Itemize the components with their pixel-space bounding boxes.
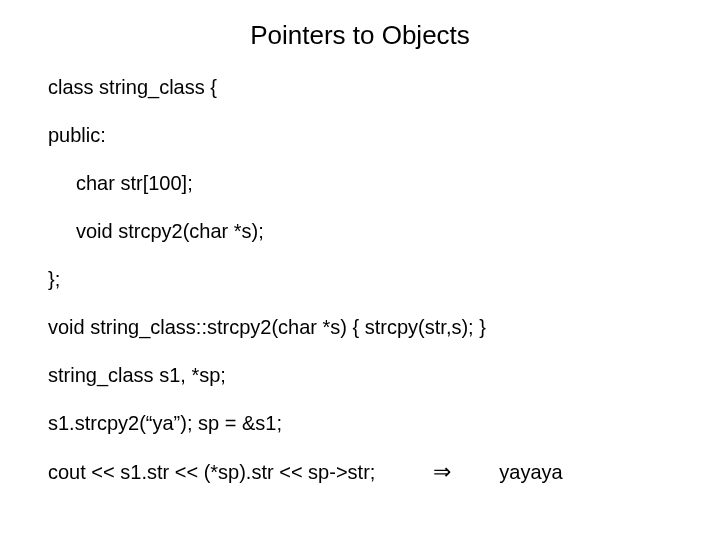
code-line: string_class s1, *sp; [48,363,684,387]
code-line: }; [48,267,684,291]
slide: Pointers to Objects class string_class {… [0,0,720,540]
code-line: class string_class { [48,75,684,99]
program-output: yayaya [499,460,562,484]
code-line: public: [48,123,684,147]
slide-title: Pointers to Objects [0,20,720,51]
implies-arrow-icon: ⇒ [433,459,451,485]
code-line: void string_class::strcpy2(char *s) { st… [48,315,684,339]
code-line: char str[100]; [48,171,684,195]
slide-body: class string_class { public: char str[10… [0,75,720,485]
code-line: void strcpy2(char *s); [48,219,684,243]
code-expression: cout << s1.str << (*sp).str << sp->str; [48,460,375,484]
code-line: s1.strcpy2(“ya”); sp = &s1; [48,411,684,435]
code-line-output: cout << s1.str << (*sp).str << sp->str; … [48,459,684,485]
